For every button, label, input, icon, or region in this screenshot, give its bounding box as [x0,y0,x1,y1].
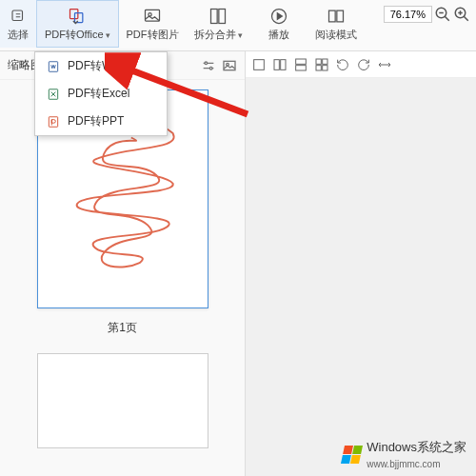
windows-logo-icon [341,446,363,464]
toolbar-label: 拆分合并▾ [194,28,243,42]
dropdown-label: PDF转Excel [68,86,129,102]
pdf-to-word-item[interactable]: PDF转Word [35,52,167,80]
pdf-office-icon [68,7,87,26]
svg-rect-21 [316,65,321,69]
word-icon [47,60,60,73]
pdf-to-excel-item[interactable]: PDF转Excel [35,80,167,108]
toolbar-label: PDF转图片 [127,28,179,42]
image-icon[interactable] [222,58,237,73]
svg-rect-1 [70,9,78,18]
svg-rect-0 [12,10,23,21]
thumbnail-list: 第1页 [0,80,245,476]
svg-rect-12 [224,61,235,69]
rotate-left-icon[interactable] [335,57,350,72]
zoom-controls: 76.17% [378,2,476,27]
layout-icon[interactable] [251,57,267,72]
svg-rect-17 [296,59,307,64]
svg-rect-6 [219,9,226,23]
play-button[interactable]: 播放 [250,0,307,48]
toolbar-label: 阅读模式 [315,28,357,42]
pdf-to-image-button[interactable]: PDF转图片 [119,0,187,48]
chevron-down-icon: ▾ [238,30,243,40]
svg-rect-15 [274,59,279,69]
thumbnail-page-label: 第1页 [108,320,137,336]
svg-rect-19 [316,59,321,64]
fit-width-icon[interactable] [377,57,392,72]
pdf-to-office-button[interactable]: PDF转Office▾ [36,0,119,48]
svg-rect-20 [323,59,327,64]
watermark-text: Windows系统之家 [367,440,466,454]
svg-point-11 [209,67,212,69]
watermark: Windows系统之家 www.bjjmmc.com [343,439,466,470]
cursor-icon [9,7,28,26]
rotate-right-icon[interactable] [356,57,371,72]
pdf-to-ppt-item[interactable]: PDF转PPT [35,108,167,135]
chevron-down-icon: ▾ [106,30,110,40]
play-icon [269,7,288,26]
toolbar-label: 选择 [8,28,29,42]
read-mode-icon [327,7,346,26]
document-viewport[interactable] [246,51,476,476]
svg-rect-14 [254,59,265,69]
ppt-icon [47,115,60,129]
toolbar-label: PDF转Office▾ [45,28,110,42]
pdf-image-icon [143,7,162,26]
layout-icon[interactable] [314,57,329,72]
layout-icon[interactable] [293,57,308,72]
zoom-percent[interactable]: 76.17% [384,6,432,23]
excel-icon [47,88,60,101]
split-merge-icon [208,7,228,26]
zoom-in-icon[interactable] [453,6,470,23]
layout-icon[interactable] [272,57,288,72]
dropdown-label: PDF转Word [68,58,129,74]
toolbar-label: 播放 [268,28,289,42]
svg-rect-2 [75,12,83,22]
svg-rect-22 [323,65,327,69]
svg-rect-25 [49,116,57,127]
read-mode-button[interactable]: 阅读模式 [307,0,365,48]
pdf-to-office-dropdown: PDF转Word PDF转Excel PDF转PPT [34,51,168,136]
slider-icon[interactable] [201,58,216,73]
dropdown-label: PDF转PPT [68,113,124,129]
view-mode-bar [246,51,476,78]
svg-rect-23 [49,61,57,71]
svg-rect-16 [281,59,286,69]
split-merge-button[interactable]: 拆分合并▾ [187,0,250,48]
svg-rect-18 [296,65,307,69]
watermark-url: www.bjjmmc.com [367,459,440,469]
zoom-out-icon[interactable] [434,6,451,23]
main-toolbar: 选择 PDF转Office▾ PDF转图片 拆分合并▾ 播放 阅读模式 76.1… [0,0,476,51]
select-tool-button[interactable]: 选择 [0,0,36,48]
thumbnail-page-2[interactable] [37,353,208,448]
svg-point-10 [205,62,208,65]
svg-rect-5 [211,9,218,23]
